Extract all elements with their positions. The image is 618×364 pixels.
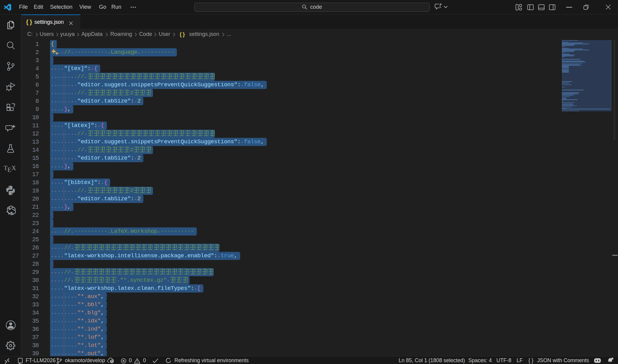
svg-text:{ }: { } (180, 31, 185, 37)
svg-text:{ }: { } (26, 19, 32, 25)
svg-text:E: E (8, 166, 11, 173)
svg-text:T: T (4, 164, 8, 172)
svg-text:X: X (11, 164, 16, 172)
